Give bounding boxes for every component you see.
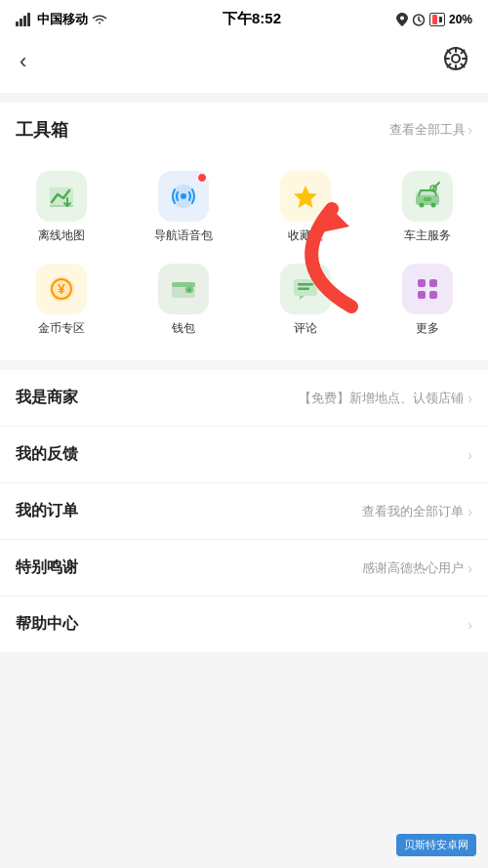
tool-grid: 离线地图 导航语音包 [0,161,488,347]
menu-item-feedback[interactable]: 我的反馈 › [0,427,488,483]
favorites-label: 收藏夹 [288,227,323,244]
carrier-label: 中国移动 [37,11,88,28]
svg-point-9 [452,55,460,62]
help-right: › [468,617,472,633]
view-all-label: 查看全部工具 [389,121,466,139]
watermark: 贝斯特安卓网 [396,834,476,856]
back-button[interactable]: ‹ [16,45,30,78]
orders-subtitle: 查看我的全部订单 [362,503,464,520]
feedback-right: › [468,447,472,463]
location-icon [396,13,408,26]
svg-point-20 [181,193,186,199]
tool-favorites[interactable]: 收藏夹 [244,161,366,254]
alarm-icon [412,13,426,26]
status-bar: 中国移动 下午8:52 20% [0,0,488,34]
help-chevron: › [468,617,472,633]
status-icons: 20% [396,13,472,26]
signal-icon [16,13,33,26]
help-title: 帮助中心 [16,614,78,635]
toolbox-card: 离线地图 导航语音包 [0,151,488,360]
status-carrier: 中国移动 [16,11,107,28]
favorites-icon [280,171,331,222]
settings-button[interactable] [439,42,472,81]
status-time: 下午8:52 [223,10,281,28]
svg-marker-39 [300,296,305,300]
svg-point-25 [430,203,435,208]
tool-coin-zone[interactable]: ¥ 金币专区 [0,254,122,347]
merchant-chevron: › [468,391,472,406]
thanks-subtitle: 感谢高德热心用户 [362,559,464,577]
orders-right: 查看我的全部订单 › [362,503,472,520]
comment-icon [280,264,331,314]
nav-voice-badge [197,173,207,183]
svg-point-4 [400,16,404,20]
menu-item-merchant[interactable]: 我是商家 【免费】新增地点、认领店铺 › [0,370,488,427]
tool-wallet[interactable]: 钱包 [122,254,244,347]
feedback-title: 我的反馈 [16,444,78,465]
svg-rect-33 [172,282,195,287]
svg-rect-1 [20,19,22,26]
coin-zone-label: 金币专区 [38,320,85,337]
wallet-icon [158,264,209,314]
battery-indicator [429,13,445,26]
tool-comment[interactable]: 评论 [244,254,366,347]
car-service-label: 车主服务 [404,227,451,244]
svg-marker-21 [294,186,317,208]
svg-rect-42 [418,291,426,299]
wallet-label: 钱包 [172,320,195,337]
svg-text:¥: ¥ [58,281,65,297]
wifi-icon [92,14,107,25]
orders-title: 我的订单 [16,501,78,521]
coin-zone-icon: ¥ [36,264,87,314]
tool-nav-voice[interactable]: 导航语音包 [122,161,244,254]
menu-item-help[interactable]: 帮助中心 › [0,597,488,652]
svg-rect-37 [298,283,313,286]
offline-map-icon [36,171,87,222]
view-all-tools-link[interactable]: 查看全部工具 › [389,121,472,139]
svg-rect-3 [27,13,30,26]
svg-rect-0 [16,21,19,26]
merchant-right: 【免费】新增地点、认领店铺 › [299,390,472,407]
svg-rect-40 [418,279,426,287]
tool-offline-map[interactable]: 离线地图 [0,161,122,254]
merchant-subtitle: 【免费】新增地点、认领店铺 [299,390,464,407]
toolbox-header: 工具箱 查看全部工具 › [0,103,488,151]
nav-voice-icon [158,171,209,222]
menu-item-orders[interactable]: 我的订单 查看我的全部订单 › [0,483,488,540]
car-service-icon [402,171,453,222]
svg-rect-38 [298,288,309,291]
tool-car-service[interactable]: 车主服务 [366,161,488,254]
more-icon [402,264,453,314]
nav-voice-label: 导航语音包 [154,227,213,244]
thanks-title: 特别鸣谢 [16,558,78,578]
thanks-right: 感谢高德热心用户 › [362,559,472,577]
svg-point-35 [187,289,190,292]
svg-rect-43 [429,291,437,299]
tool-more[interactable]: 更多 [366,254,488,347]
svg-rect-41 [429,279,437,287]
offline-map-label: 离线地图 [38,227,85,244]
toolbox-title: 工具箱 [16,118,68,142]
svg-rect-26 [424,197,431,201]
menu-section: 我是商家 【免费】新增地点、认领店铺 › 我的反馈 › 我的订单 查看我的全部订… [0,370,488,652]
svg-line-7 [419,20,421,21]
merchant-title: 我是商家 [16,388,78,408]
battery-label: 20% [449,13,472,26]
thanks-chevron: › [468,560,472,576]
menu-item-thanks[interactable]: 特别鸣谢 感谢高德热心用户 › [0,540,488,597]
orders-chevron: › [468,504,472,519]
svg-point-24 [419,203,424,208]
more-label: 更多 [416,320,439,337]
settings-icon [443,46,468,71]
svg-rect-2 [23,16,26,26]
feedback-chevron: › [468,447,472,463]
view-all-chevron: › [468,122,472,138]
nav-bar: ‹ [0,34,488,93]
comment-label: 评论 [294,320,317,337]
